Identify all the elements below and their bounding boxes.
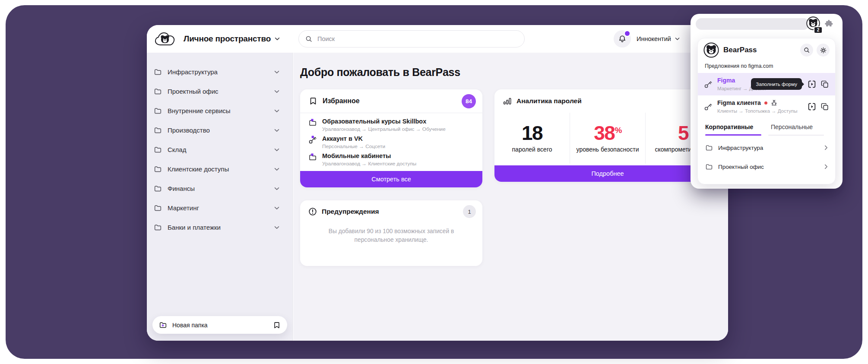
password-analytics-card: Аналитика паролей 18 паролей всего 38% у… [494, 89, 721, 182]
notifications-button[interactable] [614, 30, 631, 47]
list-item[interactable]: Аккаунт в VK Персональные → Соцсети [300, 134, 482, 151]
sidebar-item-banki-i-platezhki[interactable]: Банки и платежки [147, 218, 292, 237]
warnings-count-badge: 1 [463, 205, 476, 218]
suggestion-title: Figma [717, 77, 735, 84]
folder-icon [154, 223, 162, 231]
suggestions-label: Предложения по figma.com [698, 62, 835, 73]
app-header: Личное пространство Иннокентий [147, 25, 728, 53]
stat-total-passwords: 18 паролей всего [494, 113, 570, 164]
folder-icon [154, 146, 162, 154]
favorite-item-path: Уралвагонзавод → Клиентские доступы [322, 161, 416, 167]
search-bar[interactable] [298, 30, 525, 47]
screen: Личное пространство Иннокентий [0, 0, 868, 364]
sidebar-item-sklad[interactable]: Склад [147, 140, 292, 159]
sidebar-item-klientskie-dostupy[interactable]: Клиентские доступы [147, 159, 292, 179]
sidebar-item-label: Инфраструктура [168, 68, 218, 76]
sidebar-item-marketing[interactable]: Маркетинг [147, 198, 292, 218]
compromised-dot [764, 101, 767, 104]
chevron-right-icon [824, 164, 828, 169]
chevron-right-icon [824, 145, 828, 150]
chevron-down-icon [274, 226, 279, 229]
warnings-card: Предупреждения 1 Вы добавили 90 из 100 в… [300, 200, 482, 266]
sidebar-item-finansy[interactable]: Финансы [147, 179, 292, 198]
copy-icon[interactable] [820, 80, 829, 89]
sidebar-item-vnutrennie-servisy[interactable]: Внутренние сервисы [147, 101, 292, 120]
sidebar: Инфраструктура Проектный офис Внутренние… [147, 53, 293, 341]
bookmark-icon[interactable] [273, 321, 281, 329]
autofill-icon[interactable] [807, 102, 817, 111]
favorites-view-all-button[interactable]: Смотреть все [300, 171, 482, 187]
extensions-puzzle-icon[interactable] [825, 19, 834, 28]
favorites-list: Образовательный курсы Skillbox Уралвагон… [300, 113, 482, 171]
user-name: Иннокентий [637, 35, 671, 42]
tab-personalnye[interactable]: Персональные [767, 120, 835, 136]
sidebar-item-proizvodstvo[interactable]: Производство [147, 120, 292, 140]
stat-suffix: % [615, 125, 621, 134]
chevron-down-icon [274, 148, 279, 152]
browser-address-bar[interactable] [696, 18, 809, 30]
favorites-count-badge: 84 [462, 94, 476, 108]
suggestion-path: Клиенты → Топотыжка → Доступы [717, 108, 797, 114]
warnings-message: Вы добавили 90 из 100 возможных записей … [300, 223, 482, 244]
favorite-item-title: Аккаунт в VK [322, 135, 385, 142]
sidebar-item-proektnyj-ofis[interactable]: Проектный офис [147, 82, 292, 101]
folder-icon [154, 165, 162, 173]
bearpass-app-window: Личное пространство Иннокентий [147, 25, 728, 341]
chevron-down-icon [274, 109, 279, 113]
sidebar-folder-list: Инфраструктура Проектный офис Внутренние… [147, 53, 292, 237]
stat-value: 5 [678, 122, 688, 144]
popup-header: BearPass [698, 38, 835, 62]
folder-icon [154, 87, 162, 95]
suggestion-row-figma[interactable]: Figma Маркетинг → Дизайн Заполнить форму [698, 73, 835, 95]
stat-value: 38 [594, 122, 615, 144]
extension-popup: BearPass Предложения по figma.com Figma … [697, 38, 836, 184]
sidebar-item-label: Производство [168, 127, 210, 134]
autofill-icon[interactable] [807, 79, 817, 89]
popup-folder-list: Инфраструктура Проектный офис [698, 136, 835, 176]
favorite-item-path: Персональные → Соцсети [322, 143, 385, 149]
analytics-details-button[interactable]: Подробнее [494, 165, 721, 182]
warnings-card-header: Предупреждения 1 [300, 200, 482, 223]
popup-folder-proektnyj-ofis[interactable]: Проектный офис [700, 157, 833, 176]
chevron-down-icon [274, 168, 279, 171]
new-folder-label: Новая папка [172, 322, 208, 329]
chevron-down-icon[interactable] [275, 37, 280, 41]
sidebar-item-infrastruktura[interactable]: Инфраструктура [147, 62, 292, 82]
suggestion-row-figma-klienta[interactable]: Figma клиента Клиенты → Топотыжка → Дост… [698, 95, 835, 118]
favorite-item-title: Образовательный курсы Skillbox [322, 117, 446, 125]
favorites-title: Избранное [323, 97, 360, 105]
extension-badge: 2 [814, 26, 823, 34]
list-item[interactable]: Мобильные кабинеты Уралвагонзавод → Клие… [300, 151, 482, 168]
folder-icon [154, 126, 162, 134]
folder-icon [154, 184, 162, 193]
popup-folder-infrastruktura[interactable]: Инфраструктура [700, 138, 833, 157]
cards-row: Избранное 84 Образовательный курсы Skill… [300, 89, 728, 187]
folder-icon [705, 144, 713, 152]
popup-search-button[interactable] [800, 44, 813, 57]
favorite-item-title: Мобильные кабинеты [322, 152, 416, 160]
analytics-stats: 18 паролей всего 38% уровень безопасност… [494, 113, 721, 164]
popup-settings-button[interactable] [817, 44, 830, 57]
favorites-card: Избранное 84 Образовательный курсы Skill… [300, 89, 482, 187]
sidebar-item-label: Проектный офис [168, 88, 219, 95]
notification-dot [624, 30, 630, 37]
list-item[interactable]: Образовательный курсы Skillbox Уралвагон… [300, 117, 482, 134]
new-folder-button[interactable]: Новая папка [152, 316, 287, 334]
popup-folder-label: Проектный офис [718, 164, 764, 170]
popup-folder-label: Инфраструктура [718, 145, 763, 151]
tab-korporativnye[interactable]: Корпоративные [698, 120, 767, 136]
folder-icon [154, 204, 162, 212]
popup-brand: BearPass [723, 46, 757, 54]
search-input[interactable] [317, 35, 524, 43]
chevron-down-icon [274, 70, 279, 74]
stat-label: паролей всего [512, 146, 552, 154]
folder-icon [705, 163, 713, 171]
workspace-title[interactable]: Личное пространство [184, 34, 271, 44]
folder-icon [154, 68, 162, 76]
folder-flag-icon [308, 153, 317, 167]
favorites-card-header: Избранное 84 [300, 89, 482, 113]
copy-icon[interactable] [820, 102, 829, 111]
user-menu[interactable]: Иннокентий [637, 35, 680, 42]
analytics-title: Аналитика паролей [516, 97, 582, 105]
sidebar-item-label: Банки и платежки [168, 224, 221, 231]
